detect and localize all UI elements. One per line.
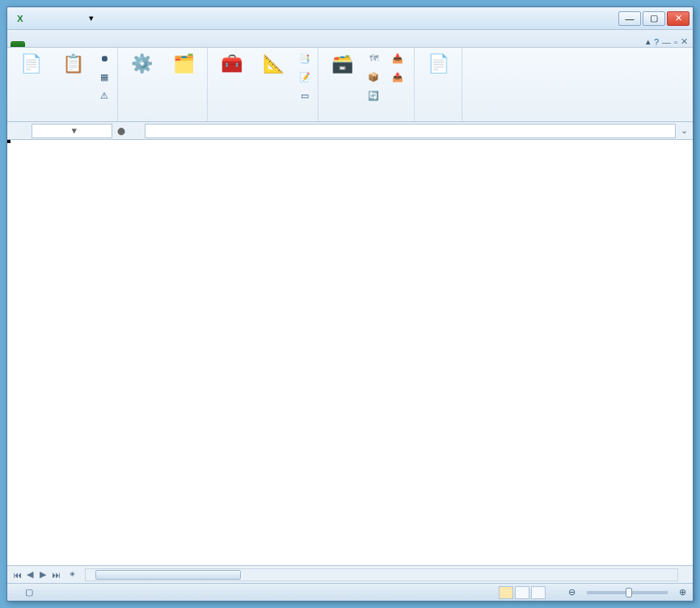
mdi-restore-icon[interactable]: ▫	[674, 37, 677, 47]
insert-control-button[interactable]: 🧰	[211, 49, 251, 104]
help-row: ▴ ? — ▫ ✕	[646, 36, 693, 47]
qat-more-icon[interactable]: ▾	[83, 11, 99, 27]
refresh-data-button: 🔄	[364, 87, 386, 104]
nav-next-icon[interactable]: ▶	[36, 568, 49, 581]
selection-border	[7, 140, 11, 143]
formula-expand-icon[interactable]: ⌄	[681, 125, 688, 136]
com-addins-button[interactable]: 🗂️	[163, 49, 204, 104]
import-button[interactable]: 📥	[388, 49, 411, 67]
zoom-in-button[interactable]: ⊕	[679, 587, 686, 597]
minimize-ribbon-icon[interactable]: ▴	[646, 36, 651, 47]
com-icon: 🗂️	[171, 51, 196, 77]
view-normal-button[interactable]	[499, 586, 513, 599]
excel-window: X ▾ — ▢ ✕ ▴ ? — ▫ ✕ 📄	[6, 6, 694, 602]
group-xml: 🗃️ 🗺 📦 🔄 📥 📤	[318, 48, 415, 121]
import-icon: 📥	[391, 52, 404, 65]
excel-icon[interactable]: X	[12, 11, 28, 27]
pack-icon: 📦	[367, 70, 380, 83]
ruler-icon: 📐	[260, 51, 286, 77]
group-addins: ⚙️ 🗂️	[118, 48, 208, 121]
dialog-icon: ▭	[298, 89, 311, 102]
design-mode-button[interactable]: 📐	[253, 49, 293, 104]
zoom-out-button[interactable]: ⊖	[568, 587, 576, 597]
statusbar: ▢ ⊖ ⊕	[7, 583, 693, 601]
map-icon: 🗺	[367, 52, 380, 65]
maximize-button[interactable]: ▢	[643, 11, 665, 26]
zoom-thumb[interactable]	[626, 588, 632, 597]
sheet-tabs-row: ⏮ ◀ ▶ ⏭ ✴	[7, 565, 693, 583]
group-modify: 📄	[415, 48, 462, 121]
nav-first-icon[interactable]: ⏮	[11, 568, 23, 581]
doc-icon: 📄	[425, 51, 451, 77]
run-dialog-button[interactable]: ▭	[295, 87, 314, 104]
view-buttons	[499, 586, 546, 599]
tab-file[interactable]	[11, 41, 25, 47]
hscroll-thumb[interactable]	[95, 570, 241, 580]
window-controls: — ▢ ✕	[618, 11, 693, 26]
source-icon: 🗃️	[329, 51, 355, 77]
nav-last-icon[interactable]: ⏭	[49, 568, 62, 581]
minimize-button[interactable]: —	[618, 11, 641, 26]
export-button: 📤	[388, 68, 411, 86]
redo-button[interactable]	[65, 11, 82, 27]
titlebar: X ▾ — ▢ ✕	[7, 7, 693, 30]
formula-input[interactable]	[145, 124, 676, 138]
ribbon-tabs: ▴ ? — ▫ ✕	[7, 30, 693, 48]
export-icon: 📤	[391, 70, 404, 83]
macros-button[interactable]: 📋	[53, 49, 93, 104]
view-layout-button[interactable]	[515, 586, 529, 599]
gear-icon: ⚙️	[129, 51, 154, 77]
props-icon: 📑	[298, 52, 311, 65]
ribbon-body: 📄 📋 ⏺ ▦ ⚠ ⚙️	[7, 48, 693, 122]
nav-prev-icon[interactable]: ◀	[23, 568, 36, 581]
close-button[interactable]: ✕	[667, 11, 689, 26]
name-box-expand-icon[interactable]: ⬤	[117, 127, 125, 135]
view-pagebreak-button[interactable]	[531, 586, 546, 599]
warning-icon: ⚠	[98, 89, 111, 102]
properties-button[interactable]: 📑	[295, 49, 314, 67]
toolbox-icon: 🧰	[218, 51, 244, 77]
macro-security-button[interactable]: ⚠	[95, 87, 114, 104]
xml-source-button[interactable]: 🗃️	[322, 49, 362, 104]
name-box-dropdown-icon[interactable]: ▾	[72, 125, 107, 136]
relative-refs-button[interactable]: ▦	[95, 68, 114, 86]
quick-access-toolbar: X ▾	[7, 11, 104, 27]
save-button[interactable]	[30, 11, 46, 27]
expansion-packs-button: 📦	[364, 68, 386, 86]
visual-basic-icon: 📄	[18, 51, 44, 77]
macro-record-icon[interactable]: ▢	[25, 587, 33, 597]
record-icon: ⏺	[98, 52, 111, 65]
horizontal-scrollbar[interactable]	[85, 568, 678, 581]
code-icon: 📝	[298, 70, 311, 83]
undo-button[interactable]	[48, 11, 64, 27]
sheet-nav: ⏮ ◀ ▶ ⏭	[7, 568, 62, 581]
name-box[interactable]: ▾	[32, 124, 112, 138]
map-props-button: 🗺	[364, 49, 386, 67]
help-icon[interactable]: ?	[654, 37, 659, 47]
view-code-button[interactable]: 📝	[295, 68, 314, 86]
doc-area-button[interactable]: 📄	[418, 49, 458, 104]
group-code: 📄 📋 ⏺ ▦ ⚠	[7, 48, 118, 121]
group-controls: 🧰 📐 📑 📝 ▭	[208, 48, 318, 121]
addins-button[interactable]: ⚙️	[121, 49, 162, 104]
visual-basic-button[interactable]: 📄	[11, 49, 51, 104]
refresh-icon: 🔄	[367, 89, 380, 102]
macros-icon: 📋	[60, 51, 86, 77]
sheet-area	[7, 140, 693, 565]
grid-icon: ▦	[98, 70, 111, 83]
mdi-minimize-icon[interactable]: —	[662, 37, 671, 47]
mdi-close-icon[interactable]: ✕	[681, 36, 688, 47]
formula-bar: ▾ ⬤ ⌄	[7, 122, 693, 140]
record-macro-button[interactable]: ⏺	[95, 49, 114, 67]
new-sheet-icon[interactable]: ✴	[65, 568, 78, 581]
zoom-slider[interactable]	[587, 591, 668, 594]
